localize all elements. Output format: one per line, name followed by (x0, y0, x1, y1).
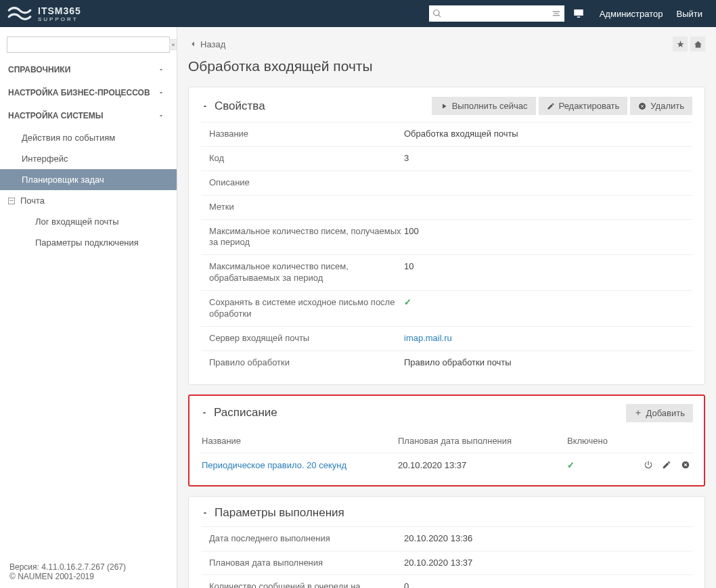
chevron-up-icon (200, 409, 208, 417)
logo[interactable]: ITSM365 SUPPORT (7, 5, 183, 22)
plus-icon (634, 409, 642, 417)
schedule-table: Название Плановая дата выполнения Включе… (200, 429, 693, 477)
prop-value: ✓ (404, 297, 411, 320)
prop-label: Правило обработки (201, 357, 404, 369)
prop-label: Сохранять в системе исходное письмо посл… (201, 297, 404, 320)
prop-label: Описание (201, 177, 404, 189)
delete-button[interactable]: Удалить (630, 97, 692, 115)
edit-button[interactable]: Редактировать (539, 97, 628, 115)
sidebar-item-events[interactable]: Действия по событиям (0, 127, 177, 148)
power-button[interactable] (642, 459, 654, 471)
sidebar-section-label: НАСТРОЙКА СИСТЕМЫ (8, 111, 104, 120)
card-title: Параметры выполнения (215, 506, 344, 520)
prop-value: 3 (404, 153, 409, 164)
sidebar-item-mail-log[interactable]: Лог входящей почты (0, 211, 177, 232)
prop-value: 20.10.2020 13:37 (404, 558, 472, 569)
col-plan: Плановая дата выполнения (397, 429, 566, 453)
prop-label: Количество сообщений в очереди на обрабо… (201, 581, 404, 588)
button-label: Удалить (650, 101, 684, 111)
home-button[interactable] (690, 37, 705, 51)
prop-label: Дата последнего выполнения (201, 533, 404, 545)
rule-link[interactable]: Периодическое правило. 20 секунд (202, 460, 346, 470)
sidebar-footer: Версия: 4.11.0.16.2.7.267 (267) © NAUMEN… (0, 556, 177, 588)
prop-label: Плановая дата выполнения (201, 558, 404, 569)
close-circle-icon (681, 460, 690, 470)
version-text: Версия: 4.11.0.16.2.7.267 (267) (9, 562, 167, 572)
col-enabled: Включено (566, 429, 621, 453)
pencil-icon (662, 460, 671, 470)
server-link[interactable]: imap.mail.ru (404, 333, 452, 344)
prop-label: Максимальное количество писем, получаемы… (201, 226, 404, 249)
chevron-up-icon (158, 112, 164, 119)
sidebar-section-references[interactable]: СПРАВОЧНИКИ (0, 58, 177, 81)
global-search (429, 5, 564, 22)
chevron-up-icon (201, 102, 209, 110)
monitor-icon[interactable] (573, 7, 585, 20)
logo-icon (7, 5, 32, 22)
sidebar: « СПРАВОЧНИКИ НАСТРОЙКА БИЗНЕС-ПРОЦЕССОВ… (0, 27, 177, 588)
col-name: Название (200, 429, 397, 453)
chevron-down-icon (158, 89, 164, 96)
chevron-up-icon (201, 509, 209, 517)
sidebar-group-mail[interactable]: Почта (0, 190, 177, 211)
button-label: Добавить (646, 408, 685, 418)
sidebar-search-input[interactable] (7, 37, 170, 53)
card-collapse-toggle[interactable]: Свойства (201, 99, 265, 113)
sidebar-item-scheduler[interactable]: Планировщик задач (0, 169, 177, 190)
prop-value: 0 (404, 581, 409, 588)
back-button[interactable]: Назад (188, 39, 225, 49)
sidebar-search: « (0, 27, 177, 58)
prop-value: Правило обработки почты (404, 357, 512, 369)
filter-icon[interactable] (552, 9, 561, 18)
page-title: Обработка входящей почты (177, 54, 716, 87)
sidebar-item-mail-params[interactable]: Параметры подключения (0, 232, 177, 253)
sidebar-section-sys[interactable]: НАСТРОЙКА СИСТЕМЫ (0, 104, 177, 127)
add-button[interactable]: Добавить (626, 404, 693, 422)
close-icon (638, 102, 646, 110)
logout-link[interactable]: Выйти (677, 9, 703, 19)
pencil-icon (547, 102, 555, 110)
card-collapse-toggle[interactable]: Расписание (200, 406, 277, 420)
schedule-card: Расписание Добавить Название Плановая да… (188, 394, 705, 487)
favorite-button[interactable] (673, 37, 688, 51)
arrow-left-icon (188, 39, 198, 49)
row-delete-button[interactable] (679, 459, 692, 471)
card-title: Расписание (214, 406, 277, 420)
power-icon (644, 460, 653, 470)
sidebar-section-biz[interactable]: НАСТРОЙКА БИЗНЕС-ПРОЦЕССОВ (0, 81, 177, 104)
chevron-down-icon (158, 66, 164, 73)
prop-value: Обработка входящей почты (404, 129, 518, 140)
card-collapse-toggle[interactable]: Параметры выполнения (201, 506, 344, 520)
search-icon (432, 9, 442, 18)
content: Назад Обработка входящей почты Свойства … (177, 27, 716, 588)
back-label: Назад (200, 39, 225, 49)
sidebar-section-label: СПРАВОЧНИКИ (8, 65, 70, 74)
button-label: Выполнить сейчас (452, 101, 528, 111)
prop-label: Максимальное количество писем, обрабатыв… (201, 261, 404, 284)
check-icon: ✓ (404, 297, 411, 307)
star-icon (676, 40, 685, 49)
prop-value: 100 (404, 226, 419, 249)
table-row: Периодическое правило. 20 секунд 20.10.2… (200, 453, 693, 477)
play-icon (440, 102, 448, 110)
user-link[interactable]: Администратор (600, 9, 663, 19)
button-label: Редактировать (559, 101, 620, 111)
sidebar-item-interface[interactable]: Интерфейс (0, 148, 177, 169)
search-input[interactable] (429, 5, 564, 22)
prop-value: 10 (404, 261, 413, 284)
prop-value: 20.10.2020 13:36 (404, 533, 472, 545)
exec-card: Параметры выполнения Дата последнего вып… (188, 496, 705, 588)
row-edit-button[interactable] (661, 459, 673, 471)
properties-card: Свойства Выполнить сейчас Редактировать … (188, 87, 705, 385)
prop-label: Метки (201, 202, 404, 213)
check-icon: ✓ (567, 460, 575, 470)
copyright-text: © NAUMEN 2001-2019 (9, 572, 167, 581)
collapse-sidebar-icon[interactable]: « (169, 39, 177, 50)
card-title: Свойства (215, 99, 265, 113)
prop-label: Сервер входящей почты (201, 333, 404, 344)
prop-label: Код (201, 153, 404, 164)
prop-label: Название (201, 129, 404, 140)
run-now-button[interactable]: Выполнить сейчас (432, 97, 536, 115)
home-icon (694, 40, 702, 49)
brand-sub: SUPPORT (38, 16, 81, 22)
